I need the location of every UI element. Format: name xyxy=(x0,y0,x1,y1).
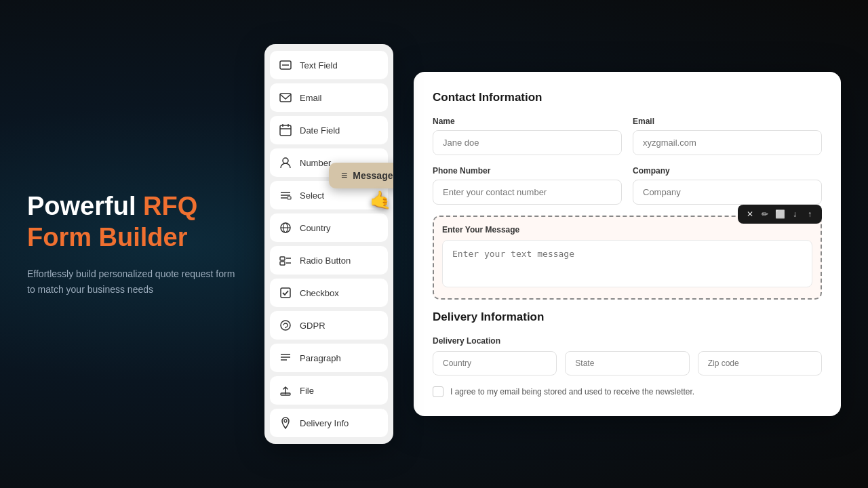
email-input[interactable] xyxy=(633,130,822,155)
phone-input[interactable] xyxy=(433,180,622,205)
message-field-wrapper: ✕ ✏ ⬜ ↓ ↑ Enter Your Message xyxy=(433,216,822,300)
sidebar-label-number: Number xyxy=(300,158,331,168)
sidebar-label-select: Select xyxy=(300,190,324,201)
toolbar-move-down-btn[interactable]: ↓ xyxy=(788,207,802,221)
svg-point-26 xyxy=(284,420,287,422)
email-label: Email xyxy=(633,117,822,126)
sidebar-panel: Text Field Email Date Field Number Selec xyxy=(264,44,393,444)
drag-tooltip: ≡ Message xyxy=(329,163,393,188)
sidebar-item-file[interactable]: File xyxy=(270,376,388,405)
sidebar-label-radio-button: Radio Button xyxy=(300,256,351,266)
delivery-zip-input[interactable] xyxy=(698,351,822,375)
svg-point-21 xyxy=(285,327,286,329)
form-panel: Contact Information Name Email Phone Num… xyxy=(414,72,841,416)
sidebar-item-country[interactable]: Country xyxy=(270,214,388,242)
svg-rect-3 xyxy=(280,125,291,136)
checkbox-icon xyxy=(278,285,293,300)
hero-subtitle: Effortlessly build personalized quote re… xyxy=(27,266,244,297)
gdpr-icon xyxy=(278,318,293,333)
sidebar-item-text-field[interactable]: Text Field xyxy=(270,51,388,79)
sidebar-item-checkbox[interactable]: Checkbox xyxy=(270,279,388,307)
contact-section-title: Contact Information xyxy=(433,91,822,104)
sidebar-label-file: File xyxy=(300,386,314,396)
sidebar-label-text-field: Text Field xyxy=(300,60,338,70)
email-icon xyxy=(278,90,293,105)
sidebar-label-gdpr: GDPR xyxy=(300,321,326,331)
svg-rect-19 xyxy=(281,288,290,298)
delivery-section-title: Delivery Information xyxy=(433,310,822,324)
sidebar-item-email[interactable]: Email xyxy=(270,83,388,112)
toolbar-edit-btn[interactable]: ✏ xyxy=(758,207,772,221)
email-group: Email xyxy=(633,117,822,155)
sidebar-label-email: Email xyxy=(300,93,322,103)
main-layout: Powerful RFQ Form Builder Effortlessly b… xyxy=(0,0,868,488)
sidebar-item-paragraph[interactable]: Paragraph xyxy=(270,344,388,372)
name-group: Name xyxy=(433,117,622,155)
svg-point-7 xyxy=(283,158,288,163)
sidebar-label-delivery-info: Delivery Info xyxy=(300,418,349,428)
sidebar-item-date-field[interactable]: Date Field xyxy=(270,116,388,144)
hero-section: Powerful RFQ Form Builder Effortlessly b… xyxy=(27,191,244,297)
delivery-location-label: Delivery Location xyxy=(433,336,822,346)
toolbar-duplicate-btn[interactable]: ⬜ xyxy=(773,207,787,221)
gdpr-checkbox-label: I agree to my email being stored and use… xyxy=(450,387,694,396)
hero-title-white1: Powerful xyxy=(27,192,136,220)
toolbar-close-btn[interactable]: ✕ xyxy=(743,207,757,221)
phone-company-row: Phone Number Company xyxy=(433,166,822,205)
cursor-hand: 🤙 xyxy=(370,190,391,211)
file-icon xyxy=(278,383,293,398)
delivery-location-row xyxy=(433,351,822,375)
drag-tooltip-label: Message xyxy=(353,170,393,181)
hero-title-orange1: RFQ xyxy=(143,192,197,220)
company-label: Company xyxy=(633,166,822,176)
field-toolbar: ✕ ✏ ⬜ ↓ ↑ xyxy=(738,205,822,224)
date-field-icon xyxy=(278,123,293,138)
company-input[interactable] xyxy=(633,180,822,205)
drag-tooltip-icon: ≡ xyxy=(341,169,347,182)
svg-rect-17 xyxy=(280,262,285,265)
svg-rect-11 xyxy=(288,197,291,199)
name-input[interactable] xyxy=(433,130,622,155)
message-label: Enter Your Message xyxy=(442,225,812,235)
svg-point-20 xyxy=(281,321,290,330)
text-field-icon xyxy=(278,58,293,73)
number-icon xyxy=(278,155,293,170)
name-email-row: Name Email xyxy=(433,117,822,155)
paragraph-icon xyxy=(278,350,293,365)
delivery-state-input[interactable] xyxy=(565,351,689,375)
sidebar-label-paragraph: Paragraph xyxy=(300,353,341,363)
delivery-country-input[interactable] xyxy=(433,351,557,375)
country-icon xyxy=(278,220,293,235)
gdpr-checkbox[interactable] xyxy=(433,386,443,397)
sidebar-label-country: Country xyxy=(300,223,331,233)
svg-rect-15 xyxy=(280,257,285,260)
radio-button-icon xyxy=(278,253,293,268)
phone-label: Phone Number xyxy=(433,166,622,176)
sidebar-label-checkbox: Checkbox xyxy=(300,288,339,298)
message-textarea[interactable] xyxy=(442,240,812,287)
sidebar-item-gdpr[interactable]: GDPR xyxy=(270,311,388,340)
sidebar-item-delivery-info[interactable]: Delivery Info xyxy=(270,409,388,437)
toolbar-move-up-btn[interactable]: ↑ xyxy=(803,207,816,221)
hero-title: Powerful RFQ Form Builder xyxy=(27,191,244,253)
select-icon xyxy=(278,188,293,203)
company-group: Company xyxy=(633,166,822,205)
sidebar-item-radio-button[interactable]: Radio Button xyxy=(270,246,388,274)
phone-group: Phone Number xyxy=(433,166,622,205)
svg-rect-2 xyxy=(280,94,291,102)
hero-title-orange2: Form Builder xyxy=(27,223,187,251)
name-label: Name xyxy=(433,117,622,126)
gdpr-checkbox-row: I agree to my email being stored and use… xyxy=(433,386,822,397)
delivery-info-icon xyxy=(278,415,293,430)
sidebar-label-date-field: Date Field xyxy=(300,125,340,136)
